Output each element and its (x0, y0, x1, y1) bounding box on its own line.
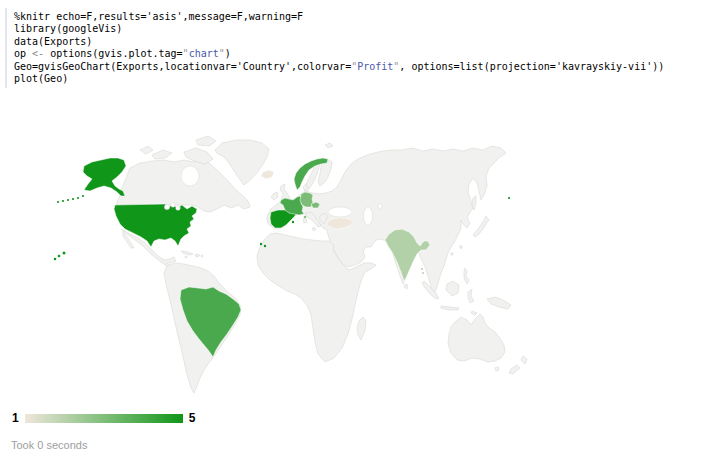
country-andaman-islands[interactable] (421, 268, 424, 274)
geochart-world-map (0, 0, 728, 463)
region-sicily (312, 227, 315, 230)
region-tasmania (495, 367, 499, 371)
region-java (441, 306, 459, 310)
country-germany[interactable] (300, 192, 313, 207)
caspian-sea (364, 207, 373, 225)
region-timor (471, 311, 477, 315)
hudson-bay (181, 166, 199, 186)
region-madagascar (357, 317, 366, 340)
legend-min-label: 1 (12, 411, 19, 425)
great-lake-erie-ontario (176, 206, 181, 211)
country-iceland[interactable] (261, 170, 274, 179)
status-text: Took 0 seconds (11, 439, 87, 451)
region-japan (473, 216, 489, 237)
region-svalbard (325, 143, 333, 148)
great-lake-superior (164, 204, 169, 209)
region-arctic-island-victoria (152, 150, 172, 159)
region-sardinia (303, 218, 307, 223)
region-new-zealand-south (509, 365, 520, 374)
region-taiwan (460, 246, 463, 249)
region-jamaica (185, 256, 187, 258)
region-borneo (446, 281, 459, 296)
legend-gradient-bar[interactable] (25, 414, 183, 423)
country-corsica[interactable] (304, 216, 307, 219)
region-canada (116, 160, 250, 212)
region-new-guinea (487, 297, 511, 309)
black-sea (328, 207, 352, 217)
region-ireland (271, 192, 278, 200)
region-hispaniola (195, 254, 200, 257)
region-australia (448, 314, 505, 362)
great-lake-huron (171, 203, 175, 207)
aral-sea (378, 204, 382, 209)
color-axis-legend: 1 5 (12, 411, 195, 425)
country-alaska-united-states[interactable] (83, 158, 126, 196)
region-hainan (451, 253, 454, 256)
region-sulawesi (468, 289, 474, 303)
region-arctic-island-banks (140, 146, 153, 154)
region-sri-lanka (404, 284, 408, 289)
region-new-zealand-north (521, 356, 527, 364)
country-aleutian-islands[interactable] (57, 195, 84, 203)
region-philippines (464, 268, 469, 284)
region-arctic-island-ellesmere (196, 136, 216, 146)
region-puerto-rico (201, 255, 203, 257)
region-cuba (181, 251, 193, 255)
legend-max-label: 5 (189, 411, 196, 425)
